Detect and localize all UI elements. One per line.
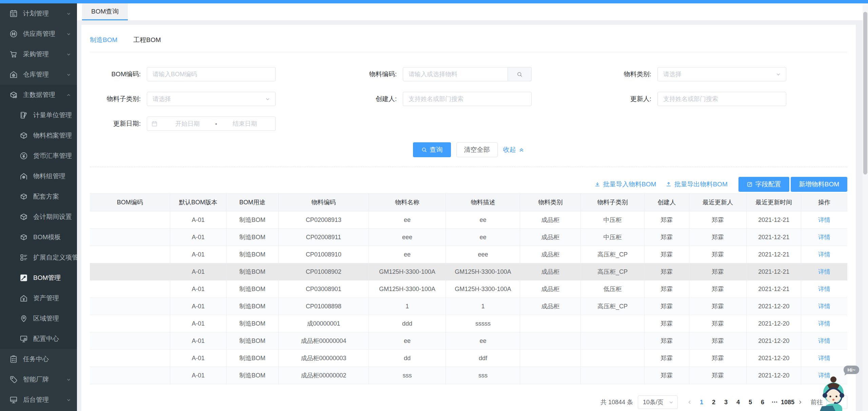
table-row[interactable]: A-01制造BOM成品柜00000004eeee郑霖郑霖2021-12-20详情	[90, 332, 847, 350]
detail-link[interactable]: 详情	[818, 286, 830, 292]
detail-link[interactable]: 详情	[818, 303, 830, 310]
table-cell: 成品柜00000003	[278, 350, 369, 367]
table-row[interactable]: A-01制造BOM成00000001dddsssss郑霖郑霖2021-12-20…	[90, 315, 847, 332]
table-cell: 1	[369, 298, 446, 315]
detail-link[interactable]: 详情	[818, 320, 830, 327]
sidebar-item[interactable]: 任务中心	[0, 349, 77, 369]
scrollbar-thumb[interactable]	[863, 12, 867, 174]
region-icon	[19, 314, 28, 323]
creator-input[interactable]	[403, 92, 532, 106]
page-number[interactable]: 6	[756, 399, 769, 406]
next-page-button[interactable]	[794, 399, 806, 405]
table-row[interactable]: A-01制造BOMCP0100889811成品柜高压柜_CP郑霖郑霖2021-1…	[90, 298, 847, 315]
page-number[interactable]: 3	[720, 399, 732, 406]
bom-code-input[interactable]	[147, 67, 276, 81]
bom-template-icon	[19, 233, 28, 242]
table-row[interactable]: A-01制造BOMCP01008902GM125H-3300-100AGM125…	[90, 263, 847, 281]
table-cell: 中压柜	[581, 211, 645, 229]
table-cell: 郑霖	[644, 350, 689, 367]
sidebar-item[interactable]: BOM管理	[0, 268, 77, 288]
page-number[interactable]: 2	[708, 399, 720, 406]
updater-input[interactable]	[657, 92, 786, 106]
sidebar-item[interactable]: 采购管理	[0, 44, 77, 64]
sidebar-item[interactable]: 主数据管理	[0, 85, 77, 105]
detail-link[interactable]: 详情	[818, 337, 830, 344]
add-material-bom-button[interactable]: 新增物料BOM	[791, 177, 847, 192]
table-row[interactable]: A-01制造BOMCP01008910eeeee成品柜高压柜_CP郑霖郑霖202…	[90, 246, 847, 263]
sidebar-item[interactable]: 区域管理	[0, 308, 77, 329]
clear-all-button[interactable]: 清空全部	[456, 142, 498, 157]
sidebar-item[interactable]: 货币汇率管理	[0, 146, 77, 166]
sidebar-item[interactable]: 物料组管理	[0, 166, 77, 186]
bulk-import-link[interactable]: 批量导入物料BOM	[594, 180, 656, 189]
query-button[interactable]: 查询	[413, 142, 451, 157]
table-cell: A-01	[170, 367, 226, 384]
assistant-widget[interactable]: Hi~	[817, 366, 859, 411]
sidebar-item[interactable]: 智能厂牌	[0, 369, 77, 390]
field-label: 物料子类别:	[90, 95, 147, 103]
scrollbar-track[interactable]	[863, 3, 868, 411]
field-material-subcategory: 物料子类别: 请选择	[90, 92, 346, 106]
page-ellipsis[interactable]: ···	[769, 399, 781, 406]
sidebar-item-label: 智能厂牌	[23, 375, 49, 384]
sidebar-item[interactable]: 资产管理	[0, 288, 77, 308]
material-category-select[interactable]: 请选择	[657, 67, 786, 81]
table-cell: ee	[446, 332, 520, 350]
tab-bom-query[interactable]: BOM查询	[82, 3, 128, 20]
detail-link[interactable]: 详情	[818, 234, 830, 241]
sidebar-item[interactable]: 仓库管理	[0, 64, 77, 85]
detail-link[interactable]: 详情	[818, 251, 830, 258]
table-cell: 郑霖	[644, 211, 689, 229]
page-number[interactable]: 1	[695, 399, 708, 406]
sidebar-item-label: 配置中心	[33, 334, 59, 343]
page-size-select[interactable]: 10条/页	[638, 395, 678, 409]
sidebar-item-label: 任务中心	[23, 355, 49, 364]
page-number[interactable]: 1085	[781, 399, 794, 406]
sidebar-item[interactable]: 会计期间设置	[0, 207, 77, 227]
collapse-link[interactable]: 收起	[503, 145, 525, 154]
field-config-button[interactable]: 字段配置	[738, 177, 789, 192]
material-search-button[interactable]	[508, 67, 532, 81]
field-label: 物料编码:	[346, 70, 403, 79]
table-cell: 高压柜_CP	[581, 298, 645, 315]
sidebar-item-label: 物料档案管理	[33, 131, 72, 140]
sidebar-item-label: 主数据管理	[23, 90, 55, 99]
table-cell	[90, 298, 170, 315]
material-code-input[interactable]	[403, 67, 508, 81]
detail-link[interactable]: 详情	[818, 217, 830, 223]
sidebar-item[interactable]: 扩展自定义项管理	[0, 247, 77, 268]
sidebar-item[interactable]: BOM模板	[0, 227, 77, 247]
table-row[interactable]: A-01制造BOMCP03008901GM125H-3300-100AGM125…	[90, 281, 847, 298]
table-cell: 郑霖	[644, 367, 689, 384]
sidebar-item[interactable]: 计量单位管理	[0, 105, 77, 125]
accounting-period-icon	[19, 212, 28, 221]
table-row[interactable]: A-01制造BOM成品柜00000002ssssss郑霖郑霖2021-12-20…	[90, 367, 847, 384]
sidebar-item[interactable]: 配置中心	[0, 329, 77, 349]
sidebar-item[interactable]: 供应商管理	[0, 24, 77, 44]
page-number[interactable]: 5	[744, 399, 756, 406]
clear-label: 清空全部	[464, 145, 490, 154]
sidebar-item-label: 计划管理	[23, 9, 49, 18]
bulk-export-link[interactable]: 批量导出物料BOM	[666, 180, 727, 189]
sidebar-item[interactable]: 配套方案	[0, 186, 77, 207]
calendar-icon	[9, 9, 18, 18]
table-cell: 郑霖	[689, 350, 747, 367]
update-date-range-picker[interactable]: 开始日期 - 结束日期	[147, 117, 276, 131]
sidebar-item[interactable]: 计划管理	[0, 3, 77, 24]
table-row[interactable]: A-01制造BOMCP02008913eeee成品柜中压柜郑霖郑霖2021-12…	[90, 211, 847, 229]
material-subcategory-select[interactable]: 请选择	[147, 92, 276, 106]
prev-page-button[interactable]	[684, 399, 695, 405]
table-cell: 郑霖	[689, 298, 747, 315]
collapse-label: 收起	[503, 145, 516, 154]
sidebar-item[interactable]: 后台管理	[0, 390, 77, 410]
sidebar-item[interactable]: 物料档案管理	[0, 125, 77, 146]
page-number[interactable]: 4	[732, 399, 744, 406]
detail-link[interactable]: 详情	[818, 355, 830, 362]
detail-link[interactable]: 详情	[818, 268, 830, 275]
table-row[interactable]: A-01制造BOMCP02008911eeeee成品柜中压柜郑霖郑霖2021-1…	[90, 229, 847, 246]
table-row[interactable]: A-01制造BOM成品柜00000003ddddf郑霖郑霖2021-12-20详…	[90, 350, 847, 367]
bom-tab[interactable]: 制造BOM	[90, 36, 117, 44]
table-cell: 高压柜_CP	[581, 246, 645, 263]
bom-tab[interactable]: 工程BOM	[133, 36, 161, 44]
material-group-icon	[19, 172, 28, 181]
